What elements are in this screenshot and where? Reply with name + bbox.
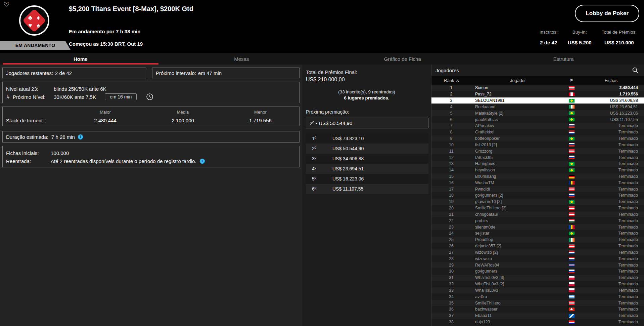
- player-row[interactable]: 31WhaTisL0v3 [3]Terminado: [431, 275, 644, 281]
- player-name: Haringbuis: [471, 161, 565, 166]
- player-rank: 17: [431, 187, 471, 192]
- stack-maior-value: 2.480.444: [66, 118, 144, 123]
- player-name: probirs: [471, 218, 565, 223]
- player-row[interactable]: 37Ebaaa11Terminado: [431, 313, 644, 319]
- player-rank: 5: [431, 111, 471, 116]
- player-row[interactable]: 18go4gunners [2]Terminado: [431, 192, 644, 199]
- player-name: fish2013 [2]: [471, 142, 565, 147]
- player-row[interactable]: 2Pass_721.719.556: [431, 91, 644, 97]
- player-row[interactable]: 5Malaka$tyle [2]US$ 16.223,06: [431, 110, 644, 116]
- player-row[interactable]: 22probirsTerminado: [431, 217, 644, 224]
- svg-text:♣: ♣: [28, 14, 32, 21]
- player-rank: 3: [431, 98, 471, 103]
- next-level-timer: em 16 min: [105, 93, 137, 100]
- player-chips: Terminado: [578, 180, 644, 185]
- column-header-jogador[interactable]: Jogador: [471, 78, 565, 83]
- prize-place-label: 1º: [312, 136, 332, 141]
- country-flag: [565, 156, 578, 159]
- player-chips: 1.719.556: [578, 92, 644, 96]
- player-row[interactable]: 35SmilleThHeroTerminado: [431, 300, 644, 306]
- player-name: WushuTM: [471, 180, 565, 185]
- tab-mesas[interactable]: Mesas: [161, 53, 322, 65]
- total-premios-label: Total de Prêmios:: [602, 30, 637, 35]
- tab-grafico-de-ficha[interactable]: Gráfico de Ficha: [322, 53, 483, 65]
- player-name: bachwasser: [471, 307, 565, 312]
- player-row[interactable]: 9botteonpokerTerminado: [431, 135, 644, 142]
- country-flag: [565, 263, 578, 267]
- level-box: Nível atual 23: blinds 25K/50K ante 6K ↳…: [2, 82, 300, 103]
- player-row[interactable]: 17PwndidiTerminado: [431, 186, 644, 192]
- player-row[interactable]: 25ProudflopTerminado: [431, 237, 644, 243]
- player-row[interactable]: 32WhaTisL0v3 [2]Terminado: [431, 281, 644, 287]
- player-chips: US$ 34.606,88: [578, 98, 644, 103]
- player-row[interactable]: 3SELOUAN1991US$ 34.606,88: [431, 97, 644, 104]
- player-row[interactable]: 24seijistarTerminado: [431, 230, 644, 237]
- player-row[interactable]: 33WhaTisL0v3Terminado: [431, 287, 644, 294]
- tab-estrutura[interactable]: Estrutura: [483, 53, 644, 65]
- column-header-fichas[interactable]: Fichas: [578, 78, 644, 83]
- player-row[interactable]: 26dejanlc357 [2]Terminado: [431, 243, 644, 249]
- player-row[interactable]: 34avr0raTerminado: [431, 293, 644, 300]
- stack-media-value: 2.100.000: [144, 118, 222, 123]
- player-chips: Terminado: [578, 307, 644, 312]
- player-rank: 27: [431, 250, 471, 255]
- column-header-rank[interactable]: Rank ∧: [431, 78, 471, 83]
- player-rank: 11: [431, 149, 471, 154]
- player-rank: 12: [431, 155, 471, 160]
- country-flag: [565, 288, 578, 292]
- player-chips: US$ 23.694,51: [578, 105, 644, 109]
- duration-info-icon[interactable]: i: [78, 134, 83, 139]
- prize-amount: US$ 23.694,51: [332, 166, 364, 171]
- lobby-de-poker-button[interactable]: Lobby de Poker: [575, 5, 639, 22]
- player-row[interactable]: 8GraftekkelTerminado: [431, 129, 644, 135]
- player-row[interactable]: 30go4gunnersTerminado: [431, 268, 644, 275]
- player-row[interactable]: 6joaoMathiasUS$ 11.107,55: [431, 116, 644, 123]
- player-name: silentm0de: [471, 225, 565, 230]
- player-chips: Terminado: [578, 269, 644, 274]
- player-row[interactable]: 16WushuTMTerminado: [431, 179, 644, 186]
- player-row[interactable]: 7APonakovTerminado: [431, 123, 644, 129]
- player-row[interactable]: 10fish2013 [2]Terminado: [431, 141, 644, 148]
- column-header-flag-icon[interactable]: ⚑: [565, 78, 578, 83]
- final-prize-value: US$ 210.000,00: [305, 77, 428, 83]
- reentry-info-icon[interactable]: i: [200, 159, 205, 164]
- header-stats: Inscritos: 2 de 42 Buy-In: US$ 5.200 Tot…: [540, 30, 637, 45]
- player-rank: 38: [431, 320, 471, 324]
- player-name: wizowizo [2]: [471, 250, 565, 255]
- player-name: go4gunners: [471, 269, 565, 274]
- players-rows: 1Sxmon2.480.4442Pass_721.719.5563SELOUAN…: [431, 85, 644, 326]
- next-break-value: em 47 min: [198, 70, 222, 76]
- player-row[interactable]: 23silentm0deTerminado: [431, 224, 644, 230]
- prize-row: 6ºUS$ 11.107,55: [306, 184, 428, 194]
- country-flag: [565, 181, 578, 185]
- clock-icon[interactable]: [146, 93, 153, 100]
- player-name: WhaTisL0v3: [471, 288, 565, 293]
- next-level-value: 30K/60K ante 7,5K: [54, 94, 96, 100]
- player-name: Pwndidi: [471, 187, 565, 192]
- player-name: Ebaaa11: [471, 313, 565, 318]
- tab-home[interactable]: Home: [0, 53, 161, 65]
- player-row[interactable]: 13HaringbuisTerminado: [431, 161, 644, 167]
- player-row[interactable]: 36bachwasserTerminado: [431, 306, 644, 313]
- player-row[interactable]: 38dujo123Terminado: [431, 319, 644, 325]
- player-row[interactable]: 20SmilleThHero [2]Terminado: [431, 205, 644, 211]
- next-payout-label: Próxima premiação:: [305, 109, 428, 115]
- player-row[interactable]: 15B00mslangTerminado: [431, 173, 644, 180]
- player-row[interactable]: 12IAttack95Terminado: [431, 154, 644, 161]
- player-row[interactable]: 4RoelaaandUS$ 23.694,51: [431, 104, 644, 110]
- player-row[interactable]: 28wizowizoTerminado: [431, 255, 644, 262]
- stack-menor-value: 1.719.556: [222, 118, 299, 123]
- prize-amount: US$ 34.606,88: [332, 156, 364, 161]
- players-remaining-label: Jogadores restantes:: [6, 70, 53, 76]
- player-row[interactable]: 14heyalissonTerminado: [431, 167, 644, 173]
- player-row[interactable]: 19gtavares10 [2]Terminado: [431, 199, 644, 205]
- player-row[interactable]: 1Sxmon2.480.444: [431, 85, 644, 91]
- favorite-heart-icon[interactable]: ♡: [3, 1, 9, 9]
- player-row[interactable]: 29ReWARds84Terminado: [431, 262, 644, 268]
- player-row[interactable]: 27wizowizo [2]Terminado: [431, 249, 644, 256]
- country-flag: [565, 124, 578, 128]
- player-row[interactable]: 11GrozzorgTerminado: [431, 148, 644, 154]
- search-icon[interactable]: [632, 67, 639, 74]
- player-name: SELOUAN1991: [471, 98, 565, 103]
- player-row[interactable]: 21chrisgoatauiTerminado: [431, 211, 644, 218]
